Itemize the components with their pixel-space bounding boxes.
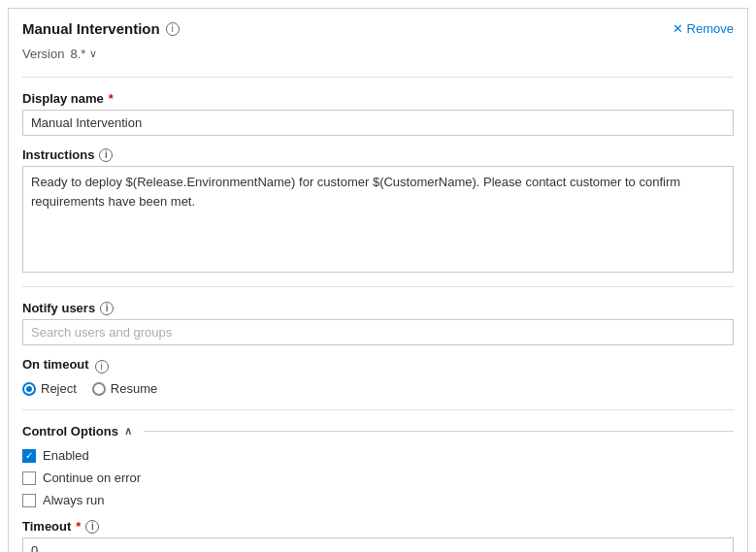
remove-label: Remove: [687, 21, 734, 36]
checkbox-continue-on-error[interactable]: [22, 471, 36, 485]
remove-button[interactable]: ✕ Remove: [673, 21, 734, 36]
notify-users-info-icon[interactable]: i: [100, 302, 114, 315]
control-options-header: Control Options ∧: [22, 424, 734, 438]
display-name-group: Display name *: [22, 91, 734, 136]
version-value: 8.*: [70, 47, 85, 61]
instructions-text-middle: for customer: [295, 175, 372, 189]
timeout-group: Timeout * i: [22, 519, 734, 552]
version-label: Version: [22, 47, 64, 61]
radio-resume-circle: [92, 382, 106, 396]
divider-3: [22, 409, 734, 410]
divider-2: [22, 286, 734, 287]
on-timeout-info-icon[interactable]: i: [95, 360, 109, 373]
control-options-label: Control Options: [22, 424, 118, 438]
timeout-label: Timeout * i: [22, 519, 734, 534]
checkbox-enabled-label: Enabled: [43, 448, 89, 463]
divider-1: [22, 77, 734, 78]
version-dropdown[interactable]: 8.* ∨: [70, 47, 97, 61]
checkbox-continue-label: Continue on error: [43, 471, 141, 485]
on-timeout-group: On timeout i Reject Resume: [22, 357, 734, 396]
checkmark-icon: ✓: [25, 451, 33, 461]
control-options-divider-line: [144, 431, 734, 432]
instructions-display[interactable]: Ready to deploy $(Release.EnvironmentNam…: [22, 166, 734, 273]
form-header: Manual Intervention i ✕ Remove: [22, 20, 734, 37]
timeout-info-icon[interactable]: i: [85, 520, 99, 534]
checkbox-enabled[interactable]: ✓: [22, 449, 36, 463]
on-timeout-label: On timeout: [22, 357, 89, 372]
title-info-icon[interactable]: i: [166, 22, 180, 36]
notify-users-group: Notify users i: [22, 301, 734, 345]
header-left: Manual Intervention i: [22, 20, 180, 37]
display-name-label: Display name *: [22, 91, 734, 106]
timeout-required-star: *: [76, 519, 81, 534]
on-timeout-label-row: On timeout i: [22, 357, 734, 375]
control-options-group: Control Options ∧ ✓ Enabled Continue on …: [22, 424, 734, 507]
checkbox-always-run-label: Always run: [43, 493, 105, 507]
search-users-input[interactable]: [22, 319, 734, 345]
instructions-var2[interactable]: $(CustomerName): [373, 175, 477, 189]
notify-users-label: Notify users i: [22, 301, 734, 315]
radio-reject-label: Reject: [41, 381, 77, 396]
instructions-text-before: Ready to deploy: [31, 175, 126, 189]
page-title: Manual Intervention: [22, 20, 160, 37]
required-star: *: [109, 91, 114, 106]
timeout-value-input[interactable]: [22, 537, 734, 552]
timeout-radio-group: Reject Resume: [22, 381, 734, 396]
display-name-input[interactable]: [22, 110, 734, 136]
checkbox-always-run[interactable]: [22, 494, 36, 507]
instructions-var1[interactable]: $(Release.EnvironmentName): [126, 175, 296, 189]
instructions-info-icon[interactable]: i: [99, 148, 113, 162]
chevron-up-icon[interactable]: ∧: [124, 425, 132, 438]
chevron-down-icon: ∨: [89, 48, 97, 60]
checkbox-always-run-row: Always run: [22, 493, 734, 507]
radio-resume[interactable]: Resume: [92, 381, 157, 396]
checkbox-enabled-row: ✓ Enabled: [22, 448, 734, 463]
checkbox-continue-row: Continue on error: [22, 471, 734, 485]
instructions-label: Instructions i: [22, 147, 734, 162]
radio-reject-circle: [22, 382, 36, 396]
close-icon: ✕: [673, 21, 683, 36]
radio-resume-label: Resume: [111, 381, 157, 396]
radio-reject[interactable]: Reject: [22, 381, 77, 396]
version-row: Version 8.* ∨: [22, 47, 734, 61]
instructions-group: Instructions i Ready to deploy $(Release…: [22, 147, 734, 273]
